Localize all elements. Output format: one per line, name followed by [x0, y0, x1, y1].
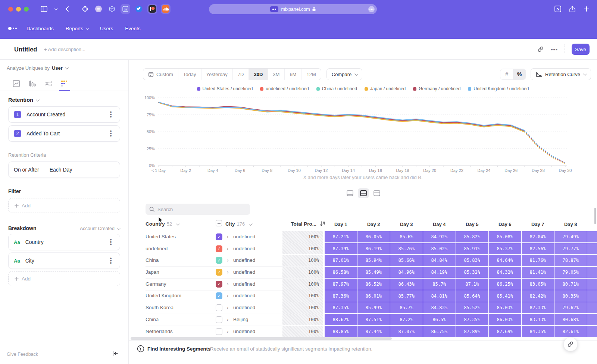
new-tab-icon[interactable] — [584, 6, 590, 12]
range-7d[interactable]: 7D — [233, 69, 249, 80]
legend-item-germany-undefined[interactable]: Germany / undefined — [413, 86, 460, 91]
expand-row-chevron-icon[interactable]: › — [227, 234, 228, 239]
country-cell[interactable]: China — [146, 317, 159, 322]
retention-cell[interactable]: 86.52% — [357, 279, 390, 290]
retention-cell[interactable]: 86.03% — [489, 314, 521, 325]
retention-cell[interactable]: 80.68% — [554, 314, 587, 325]
retention-cell[interactable]: 85.02% — [423, 243, 456, 254]
retention-cell[interactable]: 79.77% — [554, 243, 587, 254]
day-column-header[interactable]: Day 4 — [423, 222, 456, 227]
mixpanel-logo-icon[interactable] — [8, 27, 17, 30]
retention-cell[interactable]: 87.69% — [489, 326, 521, 337]
breakdown-card-city[interactable]: Aa City ••• — [8, 252, 120, 269]
retention-cell[interactable]: 86.01% — [357, 290, 390, 301]
retention-cell[interactable]: 85.77% — [390, 290, 423, 301]
zoom-window-button[interactable] — [24, 7, 29, 12]
retention-cell[interactable]: 79.05% — [554, 267, 587, 278]
day-column-header[interactable]: Day 5 — [456, 222, 488, 227]
retention-cell[interactable]: 86.05% — [357, 231, 390, 242]
expand-row-chevron-icon[interactable]: › — [227, 305, 228, 310]
nav-link-dashboards[interactable]: Dashboards — [26, 26, 54, 31]
day-column-header[interactable]: Day 8 — [554, 222, 587, 227]
day-column-header[interactable]: Day 7 — [522, 222, 554, 227]
retention-cell[interactable]: 86.58% — [325, 267, 357, 278]
segments-title[interactable]: Find Interesting Segments — [147, 346, 211, 352]
city-cell[interactable]: undefined — [233, 293, 255, 298]
legend-item-japan-undefined[interactable]: Japan / undefined — [365, 86, 406, 91]
retention-cell[interactable]: 82.33% — [522, 302, 554, 313]
retention-cell[interactable]: 80.71% — [554, 279, 587, 290]
retention-cell[interactable]: 85.91% — [456, 243, 488, 254]
series-line-dotted-china-undefined[interactable] — [525, 132, 565, 163]
range-today[interactable]: Today — [178, 69, 201, 80]
select-all-checkbox[interactable] — [216, 220, 222, 226]
expand-row-chevron-icon[interactable]: › — [227, 329, 228, 334]
tab-insights[interactable] — [11, 78, 22, 89]
expand-row-chevron-icon[interactable]: › — [227, 246, 228, 251]
retention-cell[interactable]: 84.19% — [423, 267, 456, 278]
row-checkbox-checked[interactable]: ✓ — [216, 245, 222, 252]
step-kebab-icon[interactable]: ••• — [108, 130, 114, 137]
retention-cell[interactable]: 85.64% — [456, 290, 488, 301]
floating-share-link-button[interactable] — [563, 337, 578, 351]
add-breakdown-button[interactable]: Add — [8, 271, 120, 286]
retention-cell[interactable]: 87.07% — [390, 326, 423, 337]
retention-cell[interactable]: 84.35% — [522, 326, 554, 337]
series-line-dotted-germany-undefined[interactable] — [525, 131, 565, 163]
table-only-view-button[interactable] — [371, 188, 382, 198]
add-filter-button[interactable]: Add — [8, 198, 120, 213]
city-cell[interactable]: undefined — [233, 269, 255, 275]
sidebar-toggle-icon[interactable] — [41, 6, 47, 12]
legend-item-united-kingdom-undefined[interactable]: United Kingdom / undefined — [468, 86, 529, 91]
country-cell[interactable]: Netherlands — [146, 329, 173, 334]
series-line-dotted-undefined-undefined[interactable] — [525, 131, 565, 163]
copy-link-icon[interactable] — [537, 46, 544, 53]
row-checkbox-checked[interactable]: ✓ — [216, 233, 222, 240]
retention-cell[interactable]: 81.41% — [522, 267, 554, 278]
retention-cell[interactable]: 87.21% — [325, 231, 357, 242]
retention-cell[interactable]: 79.62% — [554, 302, 587, 313]
row-checkbox-unchecked[interactable] — [216, 304, 222, 311]
expand-row-chevron-icon[interactable]: › — [227, 293, 228, 298]
bird-icon[interactable] — [134, 4, 144, 14]
retention-cell[interactable]: 88.85% — [325, 326, 357, 337]
retention-cell[interactable]: 87.2% — [390, 314, 423, 325]
retention-cell[interactable]: 85.7% — [423, 279, 456, 290]
retention-cell[interactable]: 87.97% — [325, 279, 357, 290]
step-card-account-created[interactable]: 1 Account Created ••• — [8, 106, 120, 123]
retention-cell[interactable]: 79.49% — [554, 231, 587, 242]
city-cell[interactable]: undefined — [233, 257, 255, 263]
series-line-dotted-united-kingdom-undefined[interactable] — [525, 131, 565, 163]
retention-line-chart[interactable]: 100%75%50%25%0%< 1 DayDay 2Day 4Day 6Day… — [129, 93, 597, 175]
retention-cell[interactable]: 87.36% — [325, 290, 357, 301]
range-12m[interactable]: 12M — [301, 69, 321, 80]
split-view-button[interactable] — [358, 188, 369, 198]
expand-row-chevron-icon[interactable]: › — [227, 257, 228, 263]
retention-cell[interactable]: 87.51% — [357, 314, 390, 325]
country-cell[interactable]: Germany — [146, 281, 166, 287]
expand-row-chevron-icon[interactable]: › — [227, 281, 228, 287]
legend-item-united-states-undefined[interactable]: United States / undefined — [197, 86, 253, 91]
soundcloud-icon[interactable] — [161, 4, 171, 14]
give-feedback-link[interactable]: Give Feedback — [7, 352, 38, 357]
compare-button[interactable]: Compare — [326, 68, 362, 80]
retention-cell[interactable]: 86.75% — [423, 326, 456, 337]
breakdown-property-name[interactable]: City — [25, 258, 108, 264]
retention-cell[interactable]: 82.56% — [522, 243, 554, 254]
country-cell[interactable]: United Kingdom — [146, 293, 181, 298]
retention-cell[interactable]: 85.03% — [489, 302, 521, 313]
retention-cell[interactable]: 87.35% — [456, 314, 488, 325]
retention-cell[interactable]: 85.82% — [456, 231, 488, 242]
retention-cell[interactable]: 85.7% — [390, 302, 423, 313]
retention-cell[interactable]: 84.83% — [423, 302, 456, 313]
step-card-added-to-cart[interactable]: 2 Added To Cart ••• — [8, 125, 120, 142]
nav-link-users[interactable]: Users — [100, 26, 113, 31]
close-window-button[interactable] — [8, 7, 13, 12]
more-actions-icon[interactable]: ••• — [551, 46, 558, 53]
percentage-toggle[interactable]: % — [513, 69, 526, 79]
retention-cell[interactable]: 82.04% — [522, 231, 554, 242]
retention-cell[interactable]: 84.81% — [423, 290, 456, 301]
row-checkbox-checked[interactable]: ✓ — [216, 292, 222, 299]
chart-type-dropdown[interactable]: Retention Curve — [531, 68, 591, 80]
city-cell[interactable]: undefined — [233, 281, 255, 287]
